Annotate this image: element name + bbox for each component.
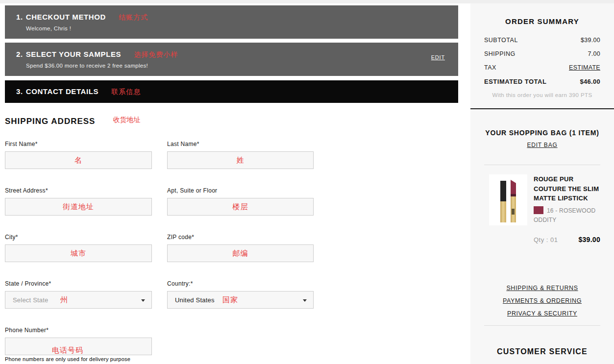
state-select[interactable]: Select State 州	[5, 291, 152, 309]
city-input[interactable]: 城市	[5, 244, 152, 262]
phone-number-field: Phone Number* 电话号码 Phone numbers are onl…	[5, 327, 152, 362]
street-address-field: Street Address* 街道地址	[5, 187, 152, 216]
help-links: SHIPPING & RETURNS PAYMENTS & ORDERING P…	[470, 285, 614, 317]
samples-hint-text: Spend $36.00 more to receive 2 free samp…	[26, 63, 458, 69]
loyalty-points-note: With this order you will earn 390 PTS	[470, 92, 614, 98]
shipping-address-title: SHIPPING ADDRESS	[5, 117, 95, 126]
step-checkout-method: 1.CHECKOUT METHOD结账方式 Welcome, Chris !	[5, 5, 458, 39]
subtotal-row: SUBTOTAL $39.00	[484, 37, 600, 44]
estimated-total-value: $46.00	[580, 78, 600, 85]
product-info: ROUGE PUR COUTURE THE SLIM MATTE LIPSTIC…	[534, 174, 600, 243]
lipstick-cap	[500, 181, 506, 201]
lipstick-bullet	[511, 180, 516, 195]
subtotal-value: $39.00	[581, 37, 600, 44]
product-name: ROUGE PUR COUTURE THE SLIM MATTE LIPSTIC…	[534, 174, 600, 203]
city-field: City* 城市	[5, 234, 152, 262]
shade-swatch	[534, 206, 543, 214]
step2-title-zh: 选择免费小样	[134, 50, 178, 58]
subtotal-label: SUBTOTAL	[484, 37, 518, 44]
ysl-logo-mark	[512, 209, 515, 215]
first-name-field: First Name* 名	[5, 141, 152, 169]
apt-suite-field: Apt, Suite or Floor 楼层	[167, 187, 314, 216]
step1-title-zh: 结账方式	[119, 13, 148, 21]
zip-code-input[interactable]: 邮编	[167, 244, 314, 262]
order-summary-panel: ORDER SUMMARY SUBTOTAL $39.00 SHIPPING 7…	[470, 3, 614, 364]
state-province-field: State / Province* Select State 州	[5, 280, 152, 309]
last-name-zh-annotation: 姓	[237, 156, 245, 165]
country-select-value: United States	[168, 296, 215, 304]
quantity-label: Qty : 01	[534, 236, 558, 243]
step2-heading: 2.SELECT YOUR SAMPLES选择免费小样	[16, 50, 458, 59]
edit-samples-link[interactable]: EDIT	[431, 54, 445, 60]
tax-estimate-link[interactable]: ESTIMATE	[569, 64, 600, 71]
order-summary-title: ORDER SUMMARY	[470, 17, 614, 25]
step1-title: CHECKOUT METHOD	[26, 13, 106, 21]
phone-number-input[interactable]: 电话号码	[5, 338, 152, 355]
bag-divider	[484, 165, 600, 165]
phone-zh-annotation: 电话号码	[52, 346, 83, 355]
first-name-input[interactable]: 名	[5, 151, 152, 169]
street-address-input[interactable]: 街道地址	[5, 198, 152, 216]
street-address-zh-annotation: 街道地址	[63, 202, 94, 212]
step3-title-zh: 联系信息	[111, 88, 141, 96]
customer-service-title: CUSTOMER SERVICE	[470, 347, 614, 356]
qty-price-row: Qty : 01 $39.00	[534, 236, 600, 243]
state-zh-annotation: 州	[60, 295, 68, 305]
step-contact-details: 3.CONTACT DETAILS联系信息	[5, 80, 458, 103]
state-province-label: State / Province*	[5, 280, 152, 287]
step1-heading: 1.CHECKOUT METHOD结账方式	[16, 13, 458, 22]
phone-number-label: Phone Number*	[5, 327, 152, 334]
estimated-total-row: ESTIMATED TOTAL $46.00	[484, 78, 600, 85]
country-zh-annotation: 国家	[222, 295, 238, 305]
tax-row: TAX ESTIMATE	[484, 64, 600, 71]
phone-usage-note: Phone numbers are only used for delivery…	[5, 356, 152, 362]
welcome-text: Welcome, Chris !	[26, 25, 458, 31]
shipping-address-header: SHIPPING ADDRESS 收货地址	[5, 117, 458, 126]
shade-row: 16 - ROSEWOOD ODDITY	[534, 206, 600, 225]
step3-number: 3.	[16, 87, 23, 96]
privacy-security-link[interactable]: PRIVACY & SECURITY	[470, 310, 614, 317]
edit-bag-link[interactable]: EDIT BAG	[470, 142, 614, 148]
summary-divider	[470, 108, 614, 109]
product-image-lipstick	[489, 174, 527, 225]
shopping-bag-title: YOUR SHOPPING BAG (1 ITEM)	[470, 129, 614, 137]
city-label: City*	[5, 234, 152, 241]
shipping-value: 7.00	[588, 50, 600, 57]
checkout-main: 1.CHECKOUT METHOD结账方式 Welcome, Chris ! 2…	[5, 5, 458, 362]
zip-code-label: ZIP code*	[167, 234, 314, 241]
chevron-down-icon	[141, 299, 145, 302]
step3-title: CONTACT DETAILS	[26, 87, 98, 96]
shipping-label: SHIPPING	[484, 50, 516, 57]
first-name-label: First Name*	[5, 141, 152, 147]
country-select[interactable]: United States 国家	[167, 291, 314, 309]
zip-code-zh-annotation: 邮编	[233, 249, 248, 258]
state-select-placeholder: Select State	[5, 296, 49, 304]
street-address-label: Street Address*	[5, 187, 152, 194]
shipping-address-title-zh: 收货地址	[113, 116, 140, 124]
lipstick-closed-base	[500, 201, 506, 222]
country-field: Country:* United States 国家	[167, 280, 314, 309]
first-name-zh-annotation: 名	[74, 156, 82, 165]
apt-suite-input[interactable]: 楼层	[167, 198, 314, 216]
tax-label: TAX	[484, 64, 496, 71]
step3-heading: 3.CONTACT DETAILS联系信息	[16, 87, 141, 97]
last-name-input[interactable]: 姓	[167, 151, 314, 169]
city-zh-annotation: 城市	[71, 249, 86, 258]
shipping-row: SHIPPING 7.00	[484, 50, 600, 57]
apt-suite-zh-annotation: 楼层	[233, 202, 248, 212]
last-name-label: Last Name*	[167, 141, 314, 147]
step2-title: SELECT YOUR SAMPLES	[26, 50, 121, 58]
country-label: Country:*	[167, 280, 314, 287]
bag-item: ROUGE PUR COUTURE THE SLIM MATTE LIPSTIC…	[489, 174, 600, 243]
last-name-field: Last Name* 姓	[167, 141, 314, 169]
shipping-returns-link[interactable]: SHIPPING & RETURNS	[470, 285, 614, 291]
shipping-address-form: First Name* 名 Last Name* 姓 Street Addres…	[5, 141, 458, 362]
step-select-samples: 2.SELECT YOUR SAMPLES选择免费小样 Spend $36.00…	[5, 43, 458, 76]
step2-number: 2.	[16, 50, 23, 58]
item-price: $39.00	[578, 236, 600, 243]
order-summary-rows: SUBTOTAL $39.00 SHIPPING 7.00 TAX ESTIMA…	[470, 37, 614, 85]
zip-code-field: ZIP code* 邮编	[167, 234, 314, 262]
customer-service-divider	[484, 325, 600, 326]
payments-ordering-link[interactable]: PAYMENTS & ORDERING	[470, 297, 614, 304]
estimated-total-label: ESTIMATED TOTAL	[484, 78, 546, 85]
